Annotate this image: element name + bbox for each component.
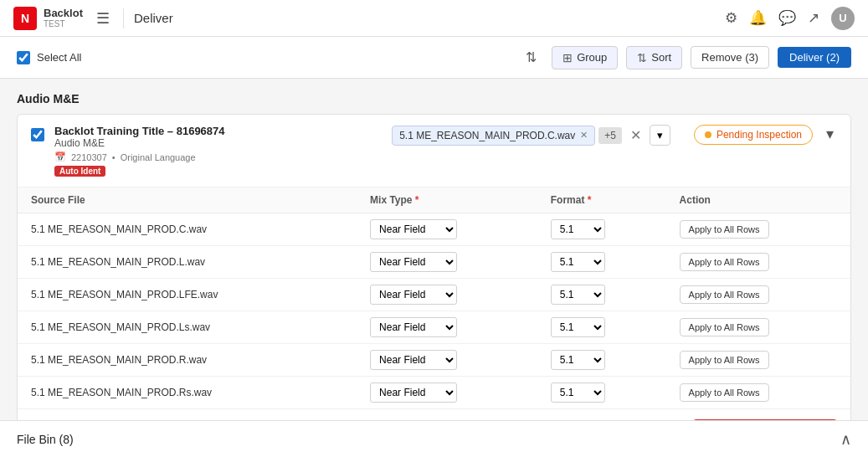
format-cell: 5.1 2.0 7.1 [537, 279, 666, 311]
card-date: 2210307 [71, 152, 107, 162]
deliver-button[interactable]: Deliver (2) [778, 47, 851, 68]
mix-type-cell: Near Field Far Field Stereo [357, 279, 537, 311]
apply-to-all-button[interactable]: Apply to All Rows [680, 220, 769, 239]
action-cell: Apply to All Rows [666, 246, 850, 279]
format-select[interactable]: 5.1 2.0 7.1 [551, 285, 605, 305]
format-select[interactable]: 5.1 2.0 7.1 [551, 219, 605, 239]
card-subtitle: Audio M&E [54, 137, 368, 149]
format-cell: 5.1 2.0 7.1 [537, 246, 666, 279]
toolbar: Select All ⇅ ⊞ Group ⇅ Sort Remove (3) D… [0, 37, 868, 79]
status-dot [705, 131, 711, 138]
card-info: Backlot Training Title – 81696874 Audio … [54, 125, 368, 177]
plus-badge[interactable]: +5 [598, 127, 622, 144]
mix-type-select[interactable]: Near Field Far Field Stereo [370, 350, 457, 370]
action-cell: Apply to All Rows [666, 377, 850, 409]
filter-button[interactable]: ⇅ [519, 46, 543, 69]
action-cell: Apply to All Rows [666, 344, 850, 377]
mix-type-cell: Near Field Far Field Stereo [357, 377, 537, 409]
source-files-table: Source File Mix Type * Format * Action 5… [18, 187, 850, 409]
app-sub: TEST [44, 19, 83, 29]
mix-type-cell: Near Field Far Field Stereo [357, 344, 537, 377]
file-bin-chevron-icon: ∧ [840, 430, 851, 449]
chat-icon[interactable]: 💬 [778, 9, 796, 27]
card-title: Backlot Training Title – 81696874 [54, 125, 368, 137]
netflix-icon: N [13, 7, 37, 30]
app-name: Backlot [44, 7, 83, 20]
col-format: Format * [537, 187, 666, 213]
avatar[interactable]: U [831, 7, 855, 30]
apply-to-all-button[interactable]: Apply to All Rows [680, 318, 769, 336]
format-cell: 5.1 2.0 7.1 [537, 213, 666, 246]
mix-type-select[interactable]: Near Field Far Field Stereo [370, 219, 457, 239]
settings-icon[interactable]: ⚙ [725, 9, 737, 27]
sort-label: Sort [651, 51, 671, 64]
status-label: Pending Inspection [716, 129, 802, 141]
app-header: N Backlot TEST ☰ Deliver ⚙ 🔔 💬 ↗ U [0, 0, 868, 37]
table-row: 5.1 ME_REASON_MAIN_PROD.Ls.wav Near Fiel… [18, 311, 850, 344]
table-header-row: Source File Mix Type * Format * Action [18, 187, 850, 213]
mix-type-select[interactable]: Near Field Far Field Stereo [370, 383, 457, 403]
format-select[interactable]: 5.1 2.0 7.1 [551, 350, 605, 370]
source-file-cell: 5.1 ME_REASON_MAIN_PROD.L.wav [18, 246, 357, 279]
format-cell: 5.1 2.0 7.1 [537, 377, 666, 409]
remove-button[interactable]: Remove (3) [691, 46, 769, 69]
group-button[interactable]: ⊞ Group [552, 46, 618, 69]
card-lang: Original Language [121, 152, 196, 162]
file-tag-remove-icon[interactable]: ✕ [580, 130, 588, 141]
select-all-wrapper: Select All [17, 51, 81, 64]
source-file-cell: 5.1 ME_REASON_MAIN_PROD.LFE.wav [18, 279, 357, 311]
group-icon: ⊞ [562, 51, 573, 64]
format-select[interactable]: 5.1 2.0 7.1 [551, 317, 605, 337]
apply-to-all-button[interactable]: Apply to All Rows [680, 253, 769, 271]
card-meta-sep: • [112, 152, 116, 162]
action-cell: Apply to All Rows [666, 279, 850, 311]
table-row: 5.1 ME_REASON_MAIN_PROD.C.wav Near Field… [18, 213, 850, 246]
app-logo: N Backlot TEST [13, 7, 83, 30]
mix-type-cell: Near Field Far Field Stereo [357, 311, 537, 344]
action-cell: Apply to All Rows [666, 213, 850, 246]
page-title: Deliver [134, 11, 715, 25]
external-link-icon[interactable]: ↗ [808, 9, 819, 27]
bell-icon[interactable]: 🔔 [749, 9, 767, 27]
select-all-label: Select All [37, 51, 81, 64]
apply-to-all-button[interactable]: Apply to All Rows [680, 351, 769, 369]
mix-type-select[interactable]: Near Field Far Field Stereo [370, 252, 457, 272]
sort-icon: ⇅ [637, 51, 647, 64]
request-details-row: ↗ Open Request Details [18, 409, 850, 420]
file-dropdown-button[interactable]: ▾ [650, 125, 670, 146]
file-bin-bar[interactable]: File Bin (8) ∧ [0, 420, 868, 457]
source-file-cell: 5.1 ME_REASON_MAIN_PROD.Rs.wav [18, 377, 357, 409]
table-row: 5.1 ME_REASON_MAIN_PROD.LFE.wav Near Fie… [18, 279, 850, 311]
select-all-checkbox[interactable] [17, 51, 30, 64]
section-title: Audio M&E [17, 92, 851, 105]
auto-ident-tag: Auto Ident [54, 166, 105, 177]
header-divider [123, 8, 124, 28]
table-row: 5.1 ME_REASON_MAIN_PROD.Rs.wav Near Fiel… [18, 377, 850, 409]
card-meta: 📅 2210307 • Original Language [54, 151, 368, 162]
col-source-file: Source File [18, 187, 357, 213]
format-select[interactable]: 5.1 2.0 7.1 [551, 252, 605, 272]
action-cell: Apply to All Rows [666, 311, 850, 344]
calendar-icon: 📅 [54, 151, 66, 162]
apply-to-all-button[interactable]: Apply to All Rows [680, 383, 769, 402]
sort-button[interactable]: ⇅ Sort [626, 46, 682, 69]
mix-type-select[interactable]: Near Field Far Field Stereo [370, 317, 457, 337]
card-header: Backlot Training Title – 81696874 Audio … [18, 115, 850, 187]
source-file-cell: 5.1 ME_REASON_MAIN_PROD.R.wav [18, 344, 357, 377]
col-action: Action [666, 187, 850, 213]
file-clear-button[interactable]: ✕ [625, 126, 646, 145]
format-select[interactable]: 5.1 2.0 7.1 [551, 383, 605, 403]
table-row: 5.1 ME_REASON_MAIN_PROD.L.wav Near Field… [18, 246, 850, 279]
apply-to-all-button[interactable]: Apply to All Rows [680, 285, 769, 304]
source-file-cell: 5.1 ME_REASON_MAIN_PROD.Ls.wav [18, 311, 357, 344]
card-checkbox[interactable] [31, 128, 44, 141]
group-label: Group [577, 51, 607, 64]
mix-type-cell: Near Field Far Field Stereo [357, 246, 537, 279]
mix-type-cell: Near Field Far Field Stereo [357, 213, 537, 246]
source-file-cell: 5.1 ME_REASON_MAIN_PROD.C.wav [18, 213, 357, 246]
header-icons: ⚙ 🔔 💬 ↗ U [725, 7, 855, 30]
format-cell: 5.1 2.0 7.1 [537, 344, 666, 377]
card-collapse-button[interactable]: ▾ [823, 125, 837, 143]
hamburger-icon[interactable]: ☰ [93, 6, 113, 31]
mix-type-select[interactable]: Near Field Far Field Stereo [370, 285, 457, 305]
